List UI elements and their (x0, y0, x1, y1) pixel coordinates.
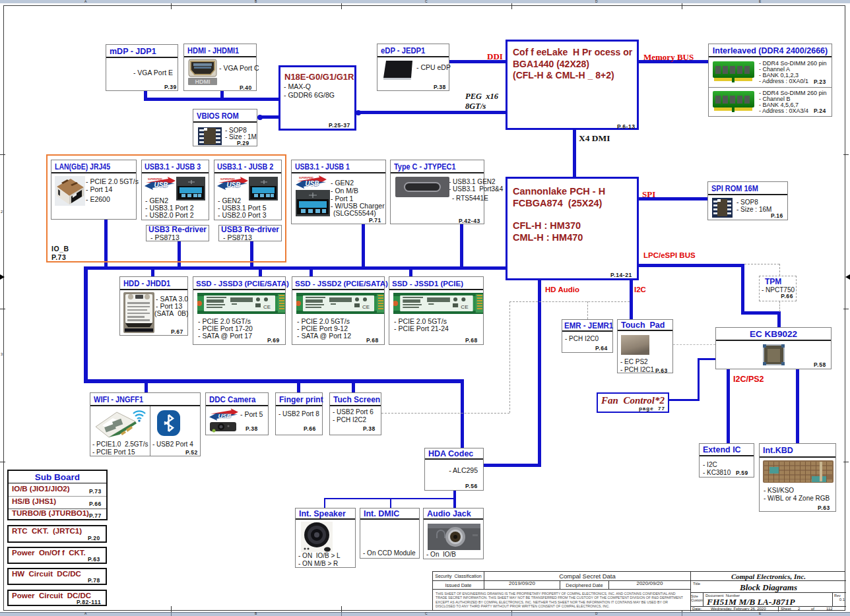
svg-text:USB: USB (218, 413, 232, 419)
svg-text:CE: CE (362, 304, 370, 310)
svg-text:HDMI: HDMI (195, 78, 211, 85)
svg-text:CE: CE (263, 304, 271, 310)
svg-text:SUPERSPEED: SUPERSPEED (148, 178, 162, 181)
svg-text:USB: USB (226, 181, 240, 189)
svg-text:SUPERSPEED: SUPERSPEED (220, 178, 235, 181)
svg-text:USB: USB (305, 180, 319, 187)
svg-text:SUPERSPEED: SUPERSPEED (299, 177, 313, 179)
svg-text:CE: CE (461, 304, 469, 310)
svg-text:USB: USB (154, 181, 168, 189)
